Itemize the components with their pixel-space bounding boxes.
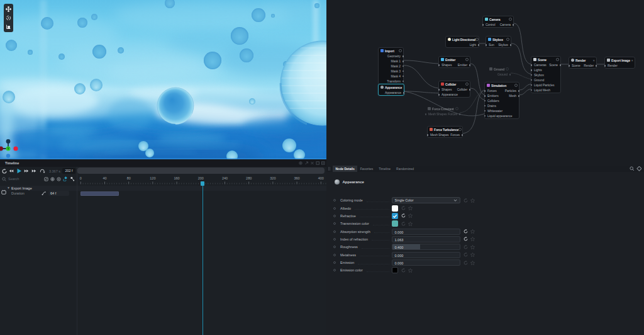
svg-text:400: 400 (318, 176, 324, 180)
svg-text:360: 360 (294, 176, 300, 180)
svg-text:120: 120 (150, 176, 155, 180)
svg-text:280: 280 (246, 176, 252, 180)
svg-text:320: 320 (270, 176, 275, 180)
svg-text:200: 200 (198, 176, 204, 180)
svg-text:40: 40 (103, 176, 106, 180)
svg-text:Y: Y (7, 147, 9, 150)
svg-text:80: 80 (127, 176, 131, 180)
svg-text:0: 0 (80, 176, 82, 180)
svg-text:160: 160 (174, 176, 180, 180)
svg-text:240: 240 (222, 176, 228, 180)
